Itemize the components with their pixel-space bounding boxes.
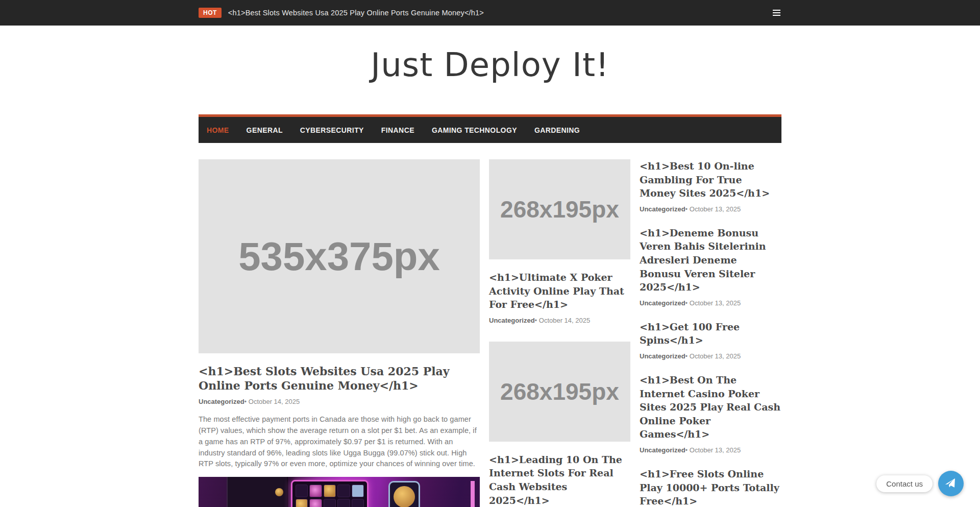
article-meta: Uncategorized• October 13, 2025 [640,446,781,454]
chat-widget: Contact us [876,471,964,496]
featured-post-title[interactable]: <h1>Best Slots Websites Usa 2025 Play On… [199,365,480,393]
post-date: October 13, 2025 [690,446,741,454]
article-title[interactable]: <h1>Ultimate X Poker Activity Online Pla… [489,271,630,311]
article-meta: Uncategorized• October 13, 2025 [640,205,781,213]
meta-separator: • [685,205,688,213]
hamburger-menu-icon[interactable] [772,6,781,19]
nav-item-gardening[interactable]: GARDENING [526,126,589,134]
secondary-article: 268x195px <h1>Leading 10 On The Internet… [489,342,630,507]
category-link[interactable]: Uncategorized [640,205,685,213]
article-title[interactable]: <h1>Best 10 On-line Gambling For True Mo… [640,159,781,200]
meta-separator: • [685,352,688,360]
nav-item-gaming-technology[interactable]: GAMING TECHNOLOGY [423,126,526,134]
secondary-column: 268x195px <h1>Ultimate X Poker Activity … [489,159,630,507]
post-date: October 14, 2025 [539,317,590,324]
latest-post-item: <h1>Best On The Internet Casino Poker Si… [640,373,781,454]
article-meta: Uncategorized• October 13, 2025 [640,299,781,307]
article-image-placeholder[interactable]: 268x195px [489,159,630,259]
content-grid: 535x375px <h1>Best Slots Websites Usa 20… [199,159,781,507]
featured-column: 535x375px <h1>Best Slots Websites Usa 20… [199,159,480,507]
category-link[interactable]: Uncategorized [640,299,685,307]
article-title[interactable]: <h1>Deneme Bonusu Veren Bahis Sitelerini… [640,226,781,294]
slots-reels-panel [291,480,369,507]
post-date: October 13, 2025 [690,299,741,307]
meta-separator: • [535,317,537,324]
featured-post-excerpt: The most effective payment ports in Cana… [199,414,480,470]
latest-post-item: <h1>Deneme Bonusu Veren Bahis Sitelerini… [640,226,781,307]
slots-image-detail [471,481,475,507]
gold-coin [394,486,415,507]
slots-game-image[interactable] [199,477,480,507]
category-link[interactable]: Uncategorized [199,398,244,405]
top-bar-inner: HOT <h1>Best Slots Websites Usa 2025 Pla… [199,0,781,26]
nav-item-home[interactable]: HOME [207,126,238,134]
post-date: October 14, 2025 [249,398,300,405]
ticker-headline-link[interactable]: <h1>Best Slots Websites Usa 2025 Play On… [228,9,484,17]
nav-item-general[interactable]: GENERAL [238,126,291,134]
post-date: October 13, 2025 [690,205,741,213]
latest-posts-column: <h1>Best 10 On-line Gambling For True Mo… [640,159,781,507]
featured-post-meta: Uncategorized• October 14, 2025 [199,398,480,405]
nav-item-finance[interactable]: FINANCE [373,126,423,134]
hamburger-bar [773,12,780,14]
hamburger-bar [773,15,780,16]
meta-separator: • [244,398,247,405]
category-link[interactable]: Uncategorized [489,317,535,324]
contact-us-button[interactable]: Contact us [876,475,933,492]
main-navigation: HOME GENERAL CYBERSECURITY FINANCE GAMIN… [199,114,781,143]
article-title[interactable]: <h1>Best On The Internet Casino Poker Si… [640,373,781,441]
category-link[interactable]: Uncategorized [640,446,685,454]
latest-post-item: <h1>Free Slots Online Play 10000+ Ports … [640,467,781,507]
top-bar: HOT <h1>Best Slots Websites Usa 2025 Pla… [0,0,980,26]
article-meta: Uncategorized• October 14, 2025 [489,317,630,324]
site-title[interactable]: Just Deploy It! [371,46,609,84]
masthead: Just Deploy It! [0,26,980,114]
meta-separator: • [685,299,688,307]
article-image-placeholder[interactable]: 268x195px [489,342,630,442]
article-title[interactable]: <h1>Leading 10 On The Internet Slots For… [489,453,630,507]
latest-post-item: <h1>Get 100 Free Spins</h1> Uncategorize… [640,320,781,360]
latest-post-item: <h1>Best 10 On-line Gambling For True Mo… [640,159,781,213]
meta-separator: • [685,446,688,454]
telegram-plane-icon [943,476,958,491]
slots-coin-tile [388,481,420,507]
hamburger-bar [773,10,780,11]
secondary-article: 268x195px <h1>Ultimate X Poker Activity … [489,159,630,324]
article-title[interactable]: <h1>Get 100 Free Spins</h1> [640,320,781,347]
article-title[interactable]: <h1>Free Slots Online Play 10000+ Ports … [640,467,781,507]
nav-item-cybersecurity[interactable]: CYBERSECURITY [291,126,373,134]
post-date: October 13, 2025 [690,352,741,360]
featured-image-placeholder[interactable]: 535x375px [199,159,480,353]
category-link[interactable]: Uncategorized [640,352,685,360]
article-meta: Uncategorized• October 13, 2025 [640,352,781,360]
hot-badge: HOT [199,8,222,18]
telegram-chat-button[interactable] [938,471,964,496]
